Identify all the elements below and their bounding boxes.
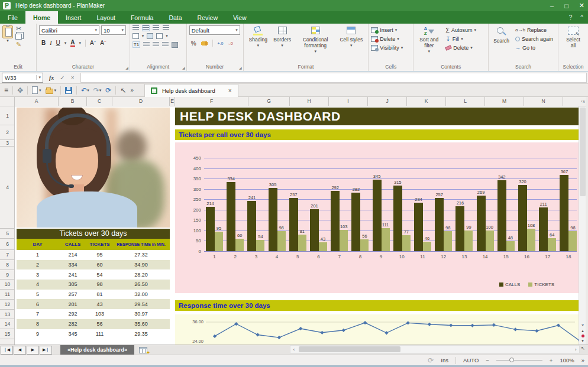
table-cell[interactable]: 60	[87, 260, 112, 270]
column-header-F[interactable]: F	[175, 97, 248, 106]
cut-icon[interactable]: ✂	[16, 25, 21, 32]
row-header-11[interactable]: 11	[0, 290, 15, 300]
cell-styles-button[interactable]: Cell styles▾	[337, 25, 365, 63]
close-button[interactable]: ✕	[579, 2, 584, 9]
menu-tab-insert[interactable]: Insert	[58, 11, 89, 24]
number-format-select[interactable]: Default▾	[189, 25, 240, 35]
calls-bar[interactable]	[435, 198, 444, 251]
vertical-scrollbar[interactable]: ∨ ▴ ▾	[579, 106, 586, 345]
calls-bar[interactable]	[227, 182, 235, 251]
font-color-button[interactable]: A	[70, 39, 75, 47]
currency-format-icon[interactable]	[201, 41, 208, 46]
table-row[interactable]: 82825635.60	[17, 319, 170, 329]
table-cell[interactable]: 81	[87, 290, 112, 300]
column-header-E[interactable]: E	[170, 97, 175, 106]
next-object-icon[interactable]: ▾	[581, 339, 584, 343]
calls-bar[interactable]	[414, 203, 423, 251]
formula-input[interactable]	[80, 73, 587, 83]
tickets-table[interactable]: Tickets over 30 days DAYCALLSTICKETSRESP…	[17, 229, 170, 339]
select-all-corner[interactable]	[0, 97, 15, 106]
percent-format-button[interactable]: %	[191, 40, 196, 47]
tickets-bar[interactable]	[382, 228, 390, 251]
wrap-text-icon[interactable]	[156, 33, 163, 39]
table-row[interactable]: 43059826.50	[17, 280, 170, 290]
table-cell[interactable]: 29.35	[112, 329, 170, 339]
bar-group-day-6[interactable]: 20143	[308, 203, 329, 251]
bold-button[interactable]: B	[41, 40, 46, 46]
line-point-marker[interactable]	[406, 321, 410, 324]
bar-group-day-4[interactable]: 30598	[267, 182, 287, 251]
refresh-icon[interactable]: ⟳	[105, 86, 111, 95]
grow-font-button[interactable]: A+	[90, 40, 96, 46]
scroll-left-icon[interactable]: ‹	[290, 347, 298, 352]
next-sheet-button[interactable]: ▶	[27, 346, 39, 355]
first-sheet-button[interactable]: ❘◀	[1, 346, 13, 355]
table-cell[interactable]: 29.54	[112, 299, 170, 309]
menu-tab-data[interactable]: Data	[161, 11, 189, 24]
delete-cells-button[interactable]: Delete▾	[371, 34, 411, 43]
add-decimal-icon[interactable]: +.0	[218, 41, 224, 46]
cancel-entry-icon[interactable]: ×	[71, 74, 75, 81]
column-header-D[interactable]: D	[112, 97, 170, 106]
column-header-A[interactable]: A	[15, 97, 59, 106]
justify-icon[interactable]	[172, 42, 178, 48]
line-point-marker[interactable]	[513, 327, 517, 331]
row-header-8[interactable]: 8	[0, 260, 15, 270]
table-cell[interactable]: 2	[17, 260, 59, 270]
insert-function-button[interactable]: fx	[49, 74, 54, 81]
prev-object-icon[interactable]: ▴	[581, 329, 584, 333]
align-middle-icon[interactable]	[143, 25, 149, 31]
row-header-2[interactable]: 2	[0, 125, 15, 140]
menu-tab-file[interactable]: File	[0, 11, 25, 24]
paste-dropdown-icon[interactable]: ▾	[7, 38, 9, 43]
column-header-C[interactable]: C	[87, 97, 112, 106]
zoom-level[interactable]: 100%	[560, 357, 574, 363]
horizontal-scrollbar-thumb[interactable]	[299, 346, 400, 352]
collapse-ribbon-icon[interactable]: ^	[580, 14, 583, 21]
menu-tab-review[interactable]: Review	[190, 11, 225, 24]
autosum-button[interactable]: Σ Autosum▾	[445, 25, 476, 34]
table-cell[interactable]: 26.50	[112, 280, 170, 290]
insert-cells-button[interactable]: Insert▾	[371, 25, 411, 34]
menu-icon[interactable]: ≡	[4, 86, 8, 95]
font-name-select[interactable]: Calibri▾	[39, 25, 99, 35]
line-chart[interactable]: 36.00 24.00	[175, 314, 579, 345]
bar-group-day-17[interactable]: 21164	[537, 202, 558, 251]
bar-group-day-16[interactable]: 320108	[516, 179, 537, 251]
add-sheet-icon[interactable]	[139, 347, 147, 353]
bar-group-day-8[interactable]: 28256	[350, 187, 370, 251]
fill-button[interactable]: ↧ Fill▾	[445, 34, 476, 43]
border-select-icon[interactable]	[133, 33, 139, 39]
row-header-12[interactable]: 12	[0, 300, 15, 310]
line-point-marker[interactable]	[535, 329, 538, 333]
new-document-icon[interactable]	[32, 86, 38, 94]
align-center-icon[interactable]	[153, 42, 159, 47]
table-row[interactable]: 12149527.32	[17, 250, 170, 260]
document-close-icon[interactable]: ×	[228, 87, 232, 94]
touch-mode-icon[interactable]: ✥	[17, 86, 23, 95]
list-icon[interactable]	[163, 25, 169, 31]
redo-icon[interactable]: ↷	[93, 86, 99, 95]
redo-dropdown-icon[interactable]: ▾	[99, 88, 102, 93]
table-cell[interactable]: 292	[59, 309, 87, 319]
maximize-button[interactable]: □	[564, 2, 568, 9]
table-cell[interactable]: 345	[59, 329, 87, 339]
bar-group-day-18[interactable]: 36798	[558, 169, 579, 251]
bar-group-day-10[interactable]: 31577	[392, 180, 412, 251]
row-header-9[interactable]: 9	[0, 270, 15, 280]
row-header-3[interactable]: 3	[0, 140, 15, 147]
table-row[interactable]: 32415428.20	[17, 269, 170, 280]
align-bottom-icon[interactable]	[153, 25, 159, 31]
table-cell[interactable]: 95	[87, 250, 112, 260]
align-left-icon[interactable]	[143, 42, 150, 47]
column-header-M[interactable]: M	[485, 97, 524, 106]
line-point-marker[interactable]	[428, 323, 431, 326]
tickets-bar[interactable]	[423, 242, 431, 251]
table-cell[interactable]: 8	[17, 319, 59, 329]
calls-bar[interactable]	[518, 185, 527, 251]
vertical-scrollbar-thumb[interactable]	[580, 108, 586, 196]
table-cell[interactable]: 214	[59, 250, 87, 260]
line-point-marker[interactable]	[213, 334, 217, 338]
sort-and-filter-button[interactable]: AZ Sort and filter▾	[416, 25, 442, 63]
alignment-dialog-launcher-icon[interactable]: ◢	[182, 66, 185, 70]
